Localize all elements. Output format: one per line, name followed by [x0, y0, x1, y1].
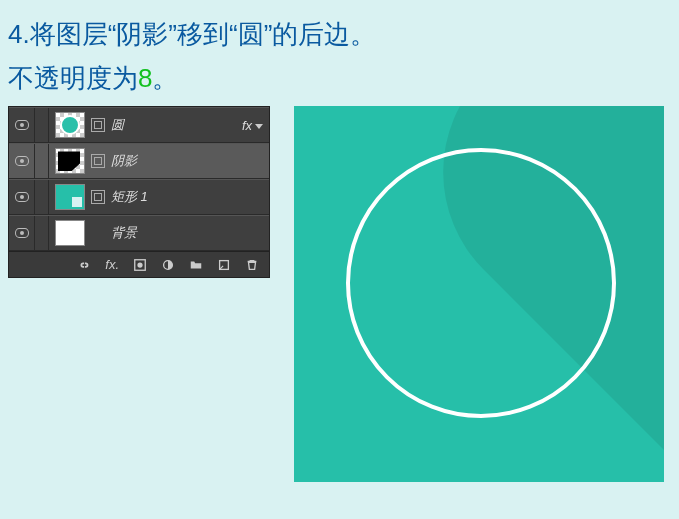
layers-panel-footer: fx.: [9, 251, 269, 277]
layer-name: 矩形 1: [111, 188, 269, 206]
layer-name: 圆: [111, 116, 223, 134]
layer-row[interactable]: 圆 fx: [9, 107, 269, 143]
opacity-value: 8: [138, 63, 152, 93]
eye-icon: [15, 228, 29, 238]
layer-indent: [35, 216, 49, 250]
visibility-toggle[interactable]: [9, 180, 35, 214]
layer-indent: [35, 144, 49, 178]
layer-indent: [35, 180, 49, 214]
layer-thumbnail: [55, 148, 85, 174]
shape-badge-icon: [91, 118, 105, 132]
layer-thumbnail: [55, 220, 85, 246]
shape-badge-icon: [91, 190, 105, 204]
eye-icon: [15, 156, 29, 166]
instruction-text: 4.将图层“阴影”移到“圆”的后边。 不透明度为8。: [0, 0, 679, 100]
eye-icon: [15, 120, 29, 130]
layer-row[interactable]: 阴影: [9, 143, 269, 179]
layer-thumbnail: [55, 112, 85, 138]
svg-point-1: [137, 262, 142, 267]
layer-name: 阴影: [111, 152, 269, 170]
fx-indicator[interactable]: fx: [229, 118, 269, 133]
layer-thumbnail: [55, 184, 85, 210]
layer-row[interactable]: 背景: [9, 215, 269, 251]
fx-icon[interactable]: fx.: [105, 258, 119, 272]
preview-circle: [346, 148, 616, 418]
adjust-icon[interactable]: [161, 258, 175, 272]
new-layer-icon[interactable]: [217, 258, 231, 272]
folder-icon[interactable]: [189, 258, 203, 272]
trash-icon[interactable]: [245, 258, 259, 272]
link-icon[interactable]: [77, 258, 91, 272]
layer-indent: [35, 108, 49, 142]
layers-panel: 圆 fx 阴影 矩形 1: [8, 106, 270, 278]
layer-name: 背景: [111, 224, 269, 242]
visibility-toggle[interactable]: [9, 216, 35, 250]
eye-icon: [15, 192, 29, 202]
preview-canvas: [294, 106, 664, 482]
visibility-toggle[interactable]: [9, 144, 35, 178]
visibility-toggle[interactable]: [9, 108, 35, 142]
shape-badge-icon: [91, 154, 105, 168]
layer-row[interactable]: 矩形 1: [9, 179, 269, 215]
mask-icon[interactable]: [133, 258, 147, 272]
chevron-down-icon: [255, 124, 263, 129]
